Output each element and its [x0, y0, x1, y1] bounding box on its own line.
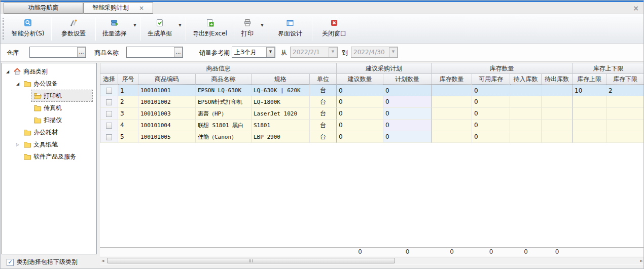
cell-available: 0 — [472, 85, 510, 96]
cell-upper — [573, 120, 606, 131]
tree-item-scanners[interactable]: 扫描仪 — [2, 114, 96, 126]
col-outbound-qty[interactable]: 待出库数 — [542, 74, 573, 85]
col-inbound-qty[interactable]: 待入库数 — [510, 74, 542, 85]
col-available-stock[interactable]: 可用库存 — [472, 74, 510, 85]
col-select[interactable]: 选择 — [100, 74, 118, 85]
scroll-left-icon[interactable]: ◄ — [101, 259, 104, 263]
expander-icon[interactable]: ◢ — [4, 69, 11, 74]
include-subcategory-option[interactable]: ✓ 类别选择包括下级类别 — [7, 258, 78, 266]
row-checkbox[interactable] — [106, 123, 112, 129]
horizontal-scrollbar[interactable]: ◄ ► — [100, 257, 644, 264]
chevron-down-icon[interactable]: ▼ — [266, 47, 275, 57]
to-date-input[interactable]: 2022/4/30 ▼ — [351, 47, 398, 58]
col-product-code[interactable]: 商品编码 — [138, 74, 196, 85]
row-select-cell[interactable] — [100, 120, 118, 131]
product-lookup-icon[interactable]: … — [174, 47, 183, 57]
toolbar-separator — [268, 17, 268, 41]
chevron-down-icon[interactable]: ▼ — [389, 47, 398, 57]
band-stock-limits[interactable]: 库存上下限 — [573, 63, 644, 74]
col-product-name[interactable]: 商品名称 — [196, 74, 252, 85]
warehouse-input[interactable]: … — [29, 47, 86, 58]
row-checkbox[interactable] — [106, 88, 112, 94]
tree-item-label: 传真机 — [44, 104, 62, 112]
checkbox-checked-icon[interactable]: ✓ — [7, 259, 14, 266]
expander-icon[interactable]: ▷ — [14, 142, 21, 147]
tab-label: 功能导航窗 — [28, 4, 59, 12]
smart-analysis-button[interactable]: 智能分析(S) — [7, 16, 49, 42]
app-window: 功能导航窗 智能采购计划 × × 智能分析(S) 参数设置 — [0, 0, 644, 269]
tree-item-product-category[interactable]: ◢ 商品类别 — [2, 65, 96, 78]
button-label: 关闭窗口 — [322, 29, 346, 38]
table-row[interactable]: 2100101002EPSON针式打印机LQ-1800K台000 — [100, 96, 644, 108]
table-row[interactable]: 4100101004联想 S1801 黑白S1801台000 — [100, 120, 644, 131]
toolbar-grip[interactable] — [3, 18, 4, 40]
row-checkbox[interactable] — [106, 111, 112, 117]
summary-stock-total: 0 — [432, 247, 472, 256]
tree-item-label: 软件产品及服务 — [33, 152, 76, 161]
generate-document-button[interactable]: 生成单据 — [143, 16, 176, 42]
band-suggested-plan[interactable]: 建议采购计划 — [337, 63, 432, 74]
row-select-cell[interactable] — [100, 131, 118, 143]
col-unit[interactable]: 单位 — [310, 74, 337, 85]
col-spec[interactable]: 规格 — [252, 74, 310, 85]
toolbar-separator — [186, 17, 186, 41]
purchase-plan-grid: 商品信息 建议采购计划 库存数量 库存上下限 选择 序号 商品编码 商品名称 规… — [100, 63, 644, 264]
dropdown-arrow-icon[interactable]: ▼ — [131, 23, 138, 27]
export-to-excel-button[interactable]: 导出到Excel — [188, 16, 232, 42]
tree-item-office-equipment[interactable]: ◢ 办公设备 — [2, 78, 96, 90]
row-checkbox[interactable] — [106, 134, 112, 140]
tab-smart-purchase-plan[interactable]: 智能采购计划 × — [83, 2, 153, 14]
tree-item-office-supplies[interactable]: 办公耗材 — [2, 126, 96, 138]
tree-item-stationery[interactable]: ▷ 文具纸笔 — [2, 138, 96, 150]
ui-design-button[interactable]: 界面设计 — [270, 16, 310, 42]
chevron-down-icon[interactable]: ▼ — [329, 47, 337, 57]
row-select-cell[interactable] — [100, 108, 118, 120]
table-row[interactable]: 1100101001EPSON LQ-630KLQ-630K | 620K台00… — [100, 85, 644, 96]
dropdown-arrow-icon[interactable]: ▼ — [176, 23, 184, 27]
tree-item-fax-machines[interactable]: 传真机 — [2, 102, 96, 114]
batch-select-icon — [111, 19, 119, 27]
col-seq[interactable]: 序号 — [118, 74, 138, 85]
window-close-icon[interactable]: × — [633, 4, 639, 12]
warehouse-lookup-icon[interactable]: … — [77, 47, 86, 57]
expander-icon[interactable]: ◢ — [14, 82, 21, 86]
cell-available: 0 — [472, 108, 510, 120]
col-plan-qty[interactable]: 计划数量 — [383, 74, 432, 85]
tab-bar: 功能导航窗 智能采购计划 × × — [1, 2, 643, 14]
summary-empty — [196, 247, 252, 256]
col-upper-limit[interactable]: 库存上限 — [573, 74, 606, 85]
cell-inbound — [510, 85, 542, 96]
cell-name: EPSON LQ-630K — [196, 85, 252, 96]
row-select-cell[interactable] — [100, 85, 118, 96]
col-lower-limit[interactable]: 库存下限 — [606, 74, 644, 85]
dropdown-arrow-icon[interactable]: ▼ — [259, 23, 266, 27]
product-name-input[interactable]: … — [126, 47, 183, 58]
scrollbar-thumb[interactable] — [107, 258, 395, 263]
col-stock-qty[interactable]: 库存数量 — [432, 74, 472, 85]
band-product-info[interactable]: 商品信息 — [100, 63, 337, 74]
table-row[interactable]: 5100101005佳能（Canon）LBP 2900台000 — [100, 131, 644, 143]
filter-bar: 仓库 … 商品名称 … 销量参考期 上3个月 ▼ 从 2022/2/1 ▼ 到 … — [1, 44, 643, 61]
row-select-cell[interactable] — [100, 96, 118, 108]
parameter-settings-button[interactable]: 参数设置 — [54, 16, 93, 42]
scroll-right-icon[interactable]: ► — [640, 259, 643, 263]
col-suggest-qty[interactable]: 建议数量 — [337, 74, 383, 85]
sales-period-label: 销量参考期 — [199, 49, 230, 57]
batch-select-button[interactable]: 批量选择 — [98, 16, 131, 42]
cell-outbound — [542, 96, 573, 108]
toolbar-separator — [234, 17, 234, 41]
tree-item-label: 扫描仪 — [44, 116, 62, 125]
close-window-button[interactable]: 关闭窗口 — [314, 16, 354, 42]
band-stock-quantity[interactable]: 库存数量 — [432, 63, 573, 74]
table-row[interactable]: 3100101003惠普（HP）LaserJet 1020台000 — [100, 108, 644, 120]
tree-item-printers[interactable]: 打印机 — [2, 90, 96, 102]
tab-navigation[interactable]: 功能导航窗 — [4, 2, 83, 14]
row-checkbox[interactable] — [106, 99, 112, 105]
cell-inbound — [510, 131, 542, 143]
from-label: 从 — [281, 49, 287, 57]
sales-period-select[interactable]: 上3个月 ▼ — [232, 47, 275, 58]
tree-item-software-products[interactable]: 软件产品及服务 — [2, 150, 96, 163]
tab-close-icon[interactable]: × — [139, 5, 144, 11]
print-button[interactable]: 打印 — [236, 16, 259, 42]
from-date-input[interactable]: 2022/2/1 ▼ — [290, 47, 338, 58]
